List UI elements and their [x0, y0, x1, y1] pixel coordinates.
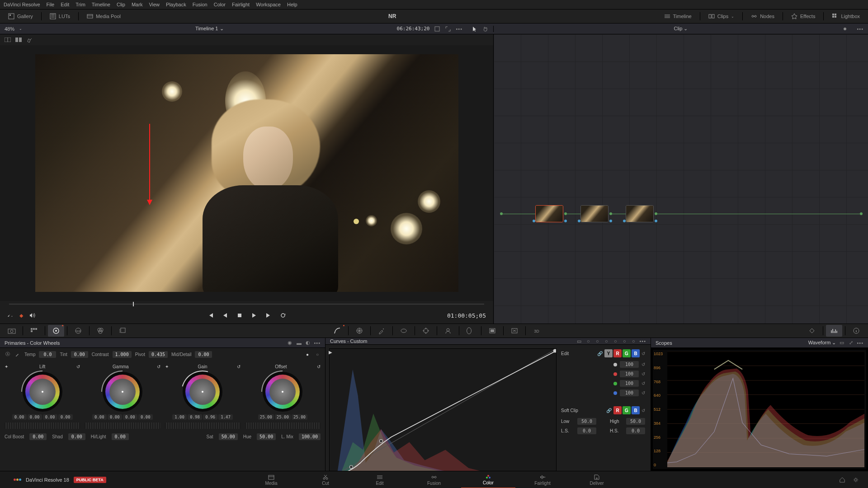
page2-icon[interactable]: ○ [314, 351, 321, 357]
gallery-toggle[interactable]: Gallery [5, 11, 37, 21]
page-edit[interactable]: Edit [353, 471, 407, 488]
ch-y-button[interactable]: Y [604, 349, 613, 357]
g-reset-icon[interactable]: ↺ [642, 381, 645, 386]
primaries-wheels-icon[interactable] [48, 325, 64, 337]
gain-jog[interactable] [165, 422, 241, 429]
split-screen-icon[interactable] [15, 37, 22, 43]
bars-mode-icon[interactable]: ▬ [296, 340, 302, 346]
page-deliver[interactable]: Deliver [570, 471, 624, 488]
hdr-wheels-icon[interactable]: HDR [70, 325, 86, 337]
blur-icon[interactable] [462, 325, 478, 337]
scopes-options-icon[interactable]: ••• [857, 340, 863, 346]
tint-value[interactable]: 0.00 [71, 351, 88, 358]
edit-reset-icon[interactable]: ↺ [642, 351, 645, 356]
key-icon[interactable] [484, 325, 500, 337]
3d-icon[interactable]: 3D [528, 325, 545, 337]
black-point-icon[interactable]: ✦ [5, 364, 8, 369]
prev-clip-icon[interactable] [208, 312, 214, 319]
curves-hvl-icon[interactable]: ○ [603, 338, 609, 344]
link-icon[interactable]: 🔗 [597, 351, 603, 356]
sc-high[interactable]: 50.0 [626, 418, 645, 425]
highlight-icon[interactable] [26, 37, 33, 43]
temp-value[interactable]: 0.0 [39, 351, 56, 358]
intensity-y[interactable]: 100 [620, 361, 639, 368]
motion-effects-icon[interactable] [114, 325, 131, 337]
viewer[interactable] [0, 45, 493, 301]
node-03[interactable]: 03 [626, 205, 654, 222]
menu-playback[interactable]: Playback [166, 2, 186, 7]
white-point-icon[interactable]: ✦ [165, 364, 169, 369]
page-fusion[interactable]: Fusion [407, 471, 461, 488]
menu-file[interactable]: File [47, 2, 55, 7]
b-reset-icon[interactable]: ↺ [642, 390, 645, 395]
sc-g-button[interactable]: G [623, 406, 631, 414]
node-02[interactable]: 02 ◉ [580, 205, 609, 222]
image-wipe-icon[interactable] [5, 37, 11, 43]
page-color[interactable]: Color [461, 471, 515, 488]
viewer-options-icon[interactable]: ••• [456, 26, 462, 32]
menu-mark[interactable]: Mark [132, 2, 142, 7]
intensity-r[interactable]: 100 [620, 371, 639, 377]
loop-icon[interactable] [280, 312, 286, 319]
nodes-options-icon[interactable]: ••• [857, 26, 863, 32]
scopes-expand-icon[interactable]: ⤢ [848, 340, 854, 346]
timeline-toggle[interactable]: Timeline [660, 11, 695, 21]
page-media[interactable]: Media [244, 471, 298, 488]
menu-fairlight[interactable]: Fairlight [232, 2, 250, 7]
y-reset-icon[interactable]: ↺ [642, 362, 645, 367]
scopes-icon[interactable] [826, 325, 842, 337]
ch-g-button[interactable]: G [623, 349, 631, 357]
page-fairlight[interactable]: Fairlight [515, 471, 570, 488]
primaries-options-icon[interactable]: ••• [314, 340, 321, 346]
ch-r-button[interactable]: R [613, 349, 622, 357]
curves-icon[interactable] [329, 325, 345, 337]
hand-icon[interactable] [482, 26, 489, 32]
info-icon[interactable] [848, 325, 864, 337]
lift-reset-icon[interactable]: ↺ [76, 364, 80, 369]
curves-svs-icon[interactable]: ○ [621, 338, 627, 344]
unmix-icon[interactable]: ◆ [18, 312, 24, 319]
clip-label[interactable]: Clip ⌄ [674, 26, 688, 32]
gamma-jog[interactable] [85, 422, 160, 429]
media-pool-toggle[interactable]: Media Pool [83, 11, 124, 21]
middetail-value[interactable]: 0.00 [195, 351, 212, 358]
gain-wheel[interactable] [183, 372, 222, 412]
gamma-wheel[interactable] [103, 372, 142, 412]
sc-ls[interactable]: 0.0 [577, 427, 596, 434]
lmix-value[interactable]: 100.00 [299, 433, 321, 440]
play-icon[interactable] [251, 312, 257, 319]
offset-wheel[interactable] [263, 372, 302, 412]
qualifier-icon[interactable] [373, 325, 390, 337]
menu-trim[interactable]: Trim [75, 2, 85, 7]
sc-b-button[interactable]: B [632, 406, 640, 414]
stop-icon[interactable] [236, 312, 243, 319]
intensity-b[interactable]: 100 [620, 389, 639, 396]
softclip-link-icon[interactable]: 🔗 [606, 408, 612, 413]
sat-value[interactable]: 50.00 [219, 433, 238, 440]
record-timecode[interactable]: 06:26:43;20 [397, 26, 430, 32]
camera-raw-icon[interactable] [4, 325, 20, 337]
contrast-value[interactable]: 1.000 [113, 351, 132, 358]
curves-svl-icon[interactable]: ○ [630, 338, 637, 344]
rgb-mixer-icon[interactable] [92, 325, 108, 337]
window-icon[interactable] [396, 325, 412, 337]
lift-jog[interactable] [5, 422, 80, 429]
expand-icon[interactable] [445, 26, 451, 32]
reverse-icon[interactable] [222, 312, 228, 319]
offset-reset-icon[interactable]: ↺ [317, 364, 321, 369]
curves-hvh-icon[interactable]: ○ [585, 338, 591, 344]
scopes-layout-icon[interactable]: ▭ [839, 340, 845, 346]
menu-view[interactable]: View [149, 2, 160, 7]
menu-help[interactable]: Help [287, 2, 297, 7]
next-clip-icon[interactable] [265, 312, 272, 319]
gamma-reset-icon[interactable]: ↺ [157, 364, 160, 369]
curve-handle-icon[interactable]: ▶ [329, 350, 332, 355]
viewer-zoom[interactable]: 48% [5, 26, 14, 32]
effects-toggle[interactable]: Effects [788, 11, 819, 21]
magic-mask-icon[interactable] [440, 325, 456, 337]
tracker-icon[interactable] [418, 325, 434, 337]
hue-value[interactable]: 50.00 [257, 433, 276, 440]
nodes-toggle[interactable]: Nodes [747, 11, 778, 21]
gain-reset-icon[interactable]: ↺ [237, 364, 241, 369]
bypass-icon[interactable] [434, 26, 440, 32]
